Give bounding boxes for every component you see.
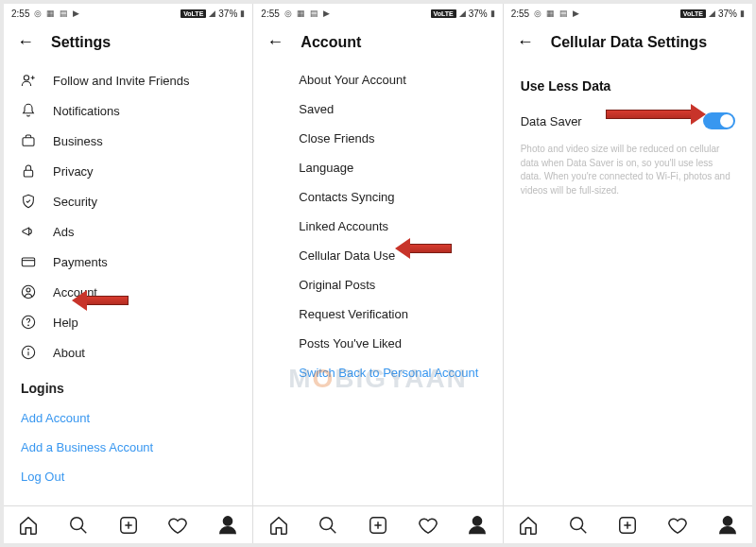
list-item-label: Saved <box>299 102 334 116</box>
account-item-contacts-syncing[interactable]: Contacts Syncing <box>253 182 502 212</box>
play-icon: ▶ <box>323 9 330 18</box>
settings-item-follow-invite[interactable]: Follow and Invite Friends <box>4 65 252 95</box>
account-item-saved[interactable]: Saved <box>253 94 502 124</box>
nav-add-icon[interactable] <box>368 515 388 536</box>
instagram-notif-icon: ◎ <box>34 9 42 18</box>
account-item-linked-accounts[interactable]: Linked Accounts <box>253 212 502 241</box>
list-item-label: Request Verification <box>299 307 408 321</box>
bottom-nav <box>253 505 502 543</box>
back-arrow-icon[interactable]: ← <box>17 32 34 52</box>
svg-point-10 <box>71 517 83 529</box>
nav-search-icon[interactable] <box>68 515 89 536</box>
add-account-link[interactable]: Add Account <box>4 403 252 433</box>
svg-point-9 <box>28 349 29 350</box>
page-title: Settings <box>51 34 111 51</box>
status-bar: 2:55 ◎ ▦ ▤ ▶ VoLTE ◢ 37% ▮ <box>504 4 752 23</box>
nav-heart-icon[interactable] <box>418 515 438 536</box>
account-item-language[interactable]: Language <box>253 153 502 182</box>
settings-item-payments[interactable]: Payments <box>4 247 252 277</box>
battery-icon: ▮ <box>740 9 745 18</box>
nav-add-icon[interactable] <box>118 515 139 536</box>
battery-pct: 37% <box>718 9 737 19</box>
help-icon <box>21 315 36 330</box>
svg-point-12 <box>223 516 232 524</box>
list-item-label: Posts You've Liked <box>299 336 402 350</box>
account-item-posts-liked[interactable]: Posts You've Liked <box>253 329 502 358</box>
settings-item-label: Follow and Invite Friends <box>53 74 190 88</box>
back-arrow-icon[interactable]: ← <box>266 32 284 52</box>
settings-item-security[interactable]: Security <box>4 186 252 216</box>
svg-point-7 <box>28 325 29 326</box>
settings-item-notifications[interactable]: Notifications <box>4 95 252 126</box>
settings-item-label: Security <box>53 195 97 209</box>
cellular-header: ← Cellular Data Settings <box>504 23 752 61</box>
nav-heart-icon[interactable] <box>167 515 188 536</box>
play-icon: ▶ <box>573 9 579 18</box>
settings-item-help[interactable]: Help <box>4 307 252 337</box>
status-bar: 2:55 ◎ ▦ ▤ ▶ VoLTE ◢ 37% ▮ <box>253 4 502 23</box>
settings-item-label: Business <box>53 134 103 148</box>
list-item-label: Linked Accounts <box>299 219 388 233</box>
back-arrow-icon[interactable]: ← <box>517 32 534 52</box>
data-saver-toggle[interactable] <box>703 112 735 129</box>
switch-personal-account-link[interactable]: Switch Back to Personal Account <box>253 358 502 387</box>
nav-home-icon[interactable] <box>518 515 539 536</box>
shield-icon <box>21 194 36 209</box>
data-saver-help-text: Photo and video size will be reduced on … <box>521 139 735 197</box>
battery-pct: 37% <box>218 9 237 19</box>
log-out-link[interactable]: Log Out <box>4 462 252 491</box>
status-bar: 2:55 ◎ ▦ ▤ ▶ VoLTE ◢ 37% ▮ <box>4 4 252 23</box>
page-title: Cellular Data Settings <box>551 34 707 51</box>
nav-home-icon[interactable] <box>268 515 289 536</box>
settings-panel: 2:55 ◎ ▦ ▤ ▶ VoLTE ◢ 37% ▮ ← Settings Fo… <box>4 4 252 543</box>
screenshot-icon: ▦ <box>546 9 555 18</box>
settings-item-privacy[interactable]: Privacy <box>4 156 252 186</box>
settings-item-label: About <box>53 346 85 360</box>
account-item-original-posts[interactable]: Original Posts <box>253 270 502 299</box>
battery-icon: ▮ <box>490 9 495 18</box>
nav-home-icon[interactable] <box>18 515 39 536</box>
settings-item-about[interactable]: About <box>4 337 252 368</box>
settings-item-ads[interactable]: Ads <box>4 216 252 247</box>
nav-add-icon[interactable] <box>617 515 638 536</box>
nav-profile-icon[interactable] <box>217 515 238 536</box>
use-less-data-title: Use Less Data <box>521 69 735 109</box>
settings-header: ← Settings <box>4 23 252 61</box>
app-icon: ▤ <box>310 9 318 18</box>
signal-icon: ◢ <box>709 9 715 18</box>
account-item-close-friends[interactable]: Close Friends <box>253 124 502 153</box>
play-icon: ▶ <box>73 9 79 18</box>
add-business-account-link[interactable]: Add a Business Account <box>4 433 252 462</box>
info-icon <box>21 345 36 360</box>
nav-profile-icon[interactable] <box>467 515 488 536</box>
settings-list: Follow and Invite Friends Notifications … <box>4 61 252 505</box>
settings-item-label: Privacy <box>53 164 94 179</box>
nav-search-icon[interactable] <box>568 515 589 536</box>
svg-rect-2 <box>24 170 32 177</box>
instagram-notif-icon: ◎ <box>534 9 541 18</box>
account-panel: 2:55 ◎ ▦ ▤ ▶ VoLTE ◢ 37% ▮ ← Account Abo… <box>253 4 502 543</box>
svg-point-16 <box>570 517 582 529</box>
nav-profile-icon[interactable] <box>717 515 738 536</box>
account-item-about[interactable]: About Your Account <box>253 65 502 94</box>
status-time: 2:55 <box>261 9 279 19</box>
svg-point-18 <box>723 516 731 524</box>
network-badge: VoLTE <box>680 9 706 18</box>
account-item-request-verification[interactable]: Request Verification <box>253 299 502 329</box>
settings-item-business[interactable]: Business <box>4 126 252 156</box>
list-item-label: Language <box>299 161 353 175</box>
list-item-label: Original Posts <box>299 278 375 292</box>
settings-item-label: Payments <box>53 255 108 269</box>
account-item-cellular-data-use[interactable]: Cellular Data Use <box>253 241 502 270</box>
nav-search-icon[interactable] <box>318 515 338 536</box>
network-badge: VoLTE <box>180 9 206 18</box>
network-badge: VoLTE <box>431 9 456 18</box>
app-icon: ▤ <box>559 9 568 18</box>
list-item-label: About Your Account <box>299 73 405 87</box>
cellular-content: Use Less Data Data Saver Photo and video… <box>504 61 752 205</box>
nav-heart-icon[interactable] <box>667 515 688 536</box>
lock-icon <box>21 163 36 179</box>
list-item-label: Cellular Data Use <box>299 248 395 263</box>
signal-icon: ◢ <box>459 9 466 18</box>
settings-item-account[interactable]: Account <box>4 277 252 307</box>
